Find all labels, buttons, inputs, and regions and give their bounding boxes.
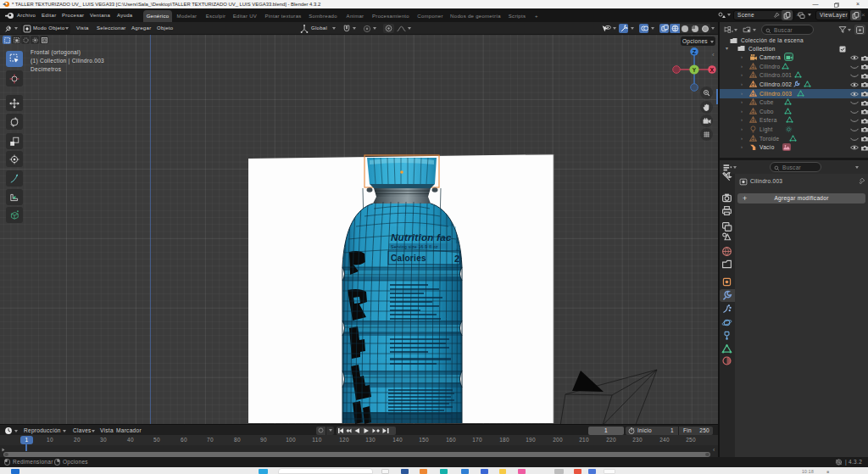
svg-text:Z: Z [693,49,697,55]
svg-text:Y: Y [693,67,697,73]
svg-text:X: X [710,67,715,73]
svg-text:Serving size 16.9 fl oz: Serving size 16.9 fl oz [391,244,438,249]
